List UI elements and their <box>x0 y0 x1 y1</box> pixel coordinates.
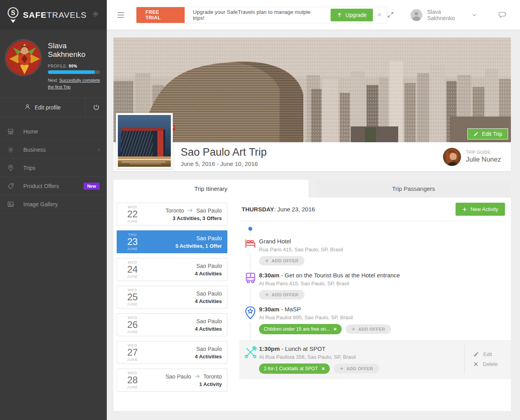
route-destination: Toronto <box>203 373 222 380</box>
user-menu[interactable]: Slava Sakhnenko <box>427 9 477 21</box>
add-offer-button[interactable]: ADD OFFER <box>259 290 304 299</box>
offer-tag: Children under 15 are free on...✕ <box>259 324 342 334</box>
tab-trip-itinerary[interactable]: Trip Itinerary <box>113 180 308 198</box>
sidebar-header: S SAFETRAVELS <box>0 0 107 30</box>
add-offer-label: ADD OFFER <box>346 366 373 371</box>
sidebar-profile: Slava Sakhnenko PROFILE: 90% Next: Succe… <box>0 30 107 98</box>
activity-title: 8:30am- Get on the Tourist Bus at the Ho… <box>259 272 505 279</box>
hamburger-menu-icon[interactable] <box>117 12 124 18</box>
sidebar-item-trips[interactable]: Trips <box>0 159 107 177</box>
topbar: FREE TRIAL Upgrade your SafeTravels plan… <box>107 0 520 30</box>
progress-caption: PROFILE: <box>48 64 68 68</box>
activity-time: 8:30am <box>259 272 280 279</box>
day-month: JUNE <box>121 219 144 223</box>
new-activity-label: New Activity <box>471 206 498 212</box>
add-offer-button[interactable]: ADD OFFER <box>334 364 379 373</box>
activity-item[interactable]: 8:30am- Get on the Tourist Bus at the Ho… <box>242 271 505 299</box>
activity-item[interactable]: 1:30pm- Lunch at SPOT At Rua Paulista 35… <box>239 340 511 379</box>
add-offer-label: ADD OFFER <box>272 258 299 263</box>
day-card[interactable]: THU 23 JUNE Sao Paulo 5 Activities, 1 Of… <box>117 230 227 253</box>
upgrade-button[interactable]: Upgrade <box>331 9 373 21</box>
day-activity-counts: 3 Activities, 3 Offers <box>144 215 222 221</box>
trip-title-band: Sao Paulo Art Trip June 5, 2016 - June 1… <box>113 142 511 171</box>
day-card[interactable]: WED 24 JUNE Sao Paulo 4 Activities <box>117 258 227 281</box>
offer-tag: 2-for-1 Cocktails at SPOT✕ <box>259 363 330 374</box>
day-card[interactable]: WED 28 JUNE Sao Paulo Toronto 1 Activity <box>117 369 227 392</box>
guide-label: TRIP GUIDE: <box>466 150 501 154</box>
day-number: 24 <box>121 264 144 274</box>
add-offer-button[interactable]: ADD OFFER <box>259 256 304 266</box>
day-month: JUNE <box>121 385 144 389</box>
day-card[interactable]: WED 22 JUNE Toronto Sao Paulo 3 Activiti… <box>117 203 227 226</box>
new-badge: New <box>83 183 100 190</box>
day-card[interactable]: WED 25 JUNE Sao Paulo 4 Activities <box>117 286 227 309</box>
activity-title: Grand Hotel <box>259 238 505 245</box>
day-name: THURSDAY <box>242 206 274 213</box>
sidebar-menu-label: Product Offers <box>23 183 59 189</box>
settings-gear-icon[interactable] <box>92 11 99 19</box>
offer-tag-remove-icon[interactable]: ✕ <box>321 366 325 371</box>
itinerary-panel: WED 22 JUNE Toronto Sao Paulo 3 Activiti… <box>113 198 511 411</box>
route-destination: Sao Paulo <box>196 263 222 269</box>
free-trial-badge: FREE TRIAL <box>136 7 185 23</box>
activity-item[interactable]: 9:30am- MaSP At Rua Paulist 895, Sao Pau… <box>242 305 505 334</box>
next-prefix: Next: <box>48 78 59 83</box>
sidebar-item-business[interactable]: Business › <box>0 141 107 159</box>
brand-light: TRAVELS <box>47 10 87 19</box>
topbar-avatar[interactable] <box>410 9 422 21</box>
activity-address: At Rua Paris 415, Sao Paulo, SP, Brasil <box>259 281 505 286</box>
user-avatar <box>5 39 42 76</box>
edit-activity-button[interactable]: Edit <box>473 351 511 357</box>
activity-name: - Lunch at SPOT <box>282 345 326 352</box>
day-activity-counts: 5 Activities, 1 Offer <box>144 243 222 249</box>
new-activity-button[interactable]: New Activity <box>456 203 505 216</box>
tour-bus-icon <box>245 272 256 284</box>
day-card[interactable]: WED 26 JUNE Sao Paulo 4 Activities <box>117 313 227 336</box>
delete-activity-button[interactable]: Delete <box>473 361 511 367</box>
route-origin: Sao Paulo <box>166 373 191 380</box>
edit-trip-label: Edit Trip <box>482 131 502 137</box>
banner-close-icon[interactable]: ✕ <box>377 12 382 18</box>
day-month: JUNE <box>121 275 144 279</box>
chat-icon[interactable] <box>499 11 507 19</box>
logout-power-icon[interactable] <box>86 98 107 117</box>
edit-trip-button[interactable]: Edit Trip <box>467 128 508 139</box>
guide-name: Julie Nunez <box>466 156 501 164</box>
trip-cover-photo <box>113 38 511 142</box>
day-number: 28 <box>121 375 144 385</box>
topbar-user-name: Slava Sakhnenko <box>427 9 469 21</box>
day-month: JUNE <box>121 330 144 334</box>
route-arrow-icon <box>187 208 193 213</box>
day-month: JUNE <box>121 358 144 362</box>
logo-pin-icon: S <box>6 7 20 23</box>
activity-name: - Get on the Tourist Bus at the Hotel en… <box>281 272 400 279</box>
day-activity-counts: 4 Activities <box>144 326 222 332</box>
upgrade-label: Upgrade <box>346 12 367 18</box>
day-detail-title: THURSDAY: June 23, 2016 <box>242 206 315 213</box>
trip-hero: Edit Trip <box>113 38 511 142</box>
day-activity-counts: 1 Activity <box>144 381 222 387</box>
offer-tag-remove-icon[interactable]: ✕ <box>333 327 337 332</box>
sidebar-item-product-offers[interactable]: Product Offers New <box>0 177 107 195</box>
delete-label: Delete <box>483 361 498 367</box>
trial-message: Upgrade your SafeTravels plan to manage … <box>185 9 331 21</box>
activity-address: At Rua Paulista 356, Sao Paulo, SP, Bras… <box>259 354 459 360</box>
sidebar-item-image-gallery[interactable]: Image Gallery <box>0 195 107 213</box>
day-card[interactable]: WED 27 JUNE Sao Paulo 4 Activities <box>117 341 227 364</box>
day-number: 26 <box>121 320 144 330</box>
add-offer-button[interactable]: ADD OFFER <box>346 324 391 334</box>
museum-pin-icon <box>245 306 256 320</box>
sidebar-item-home[interactable]: Home <box>0 122 107 141</box>
trip-title: Sao Paulo Art Trip <box>181 146 267 158</box>
plus-icon <box>265 259 269 263</box>
sidebar: S SAFETRAVELS <box>0 0 107 420</box>
activity-item[interactable]: Grand Hotel Rua Paris 415, Sao Paulo, SP… <box>242 237 505 266</box>
tab-trip-passengers[interactable]: Trip Passangers <box>316 180 511 198</box>
edit-profile-button[interactable]: Edit profile <box>0 98 86 117</box>
offer-tag-label: 2-for-1 Cocktails at SPOT <box>264 366 318 371</box>
fullscreen-expand-icon[interactable] <box>387 11 394 18</box>
day-detail-header: THURSDAY: June 23, 2016 New Activity <box>242 198 505 221</box>
activity-name: Grand Hotel <box>259 238 291 245</box>
trip-dates: June 5, 2016 - June 10, 2016 <box>181 160 267 167</box>
offer-tag-icon <box>7 183 14 190</box>
